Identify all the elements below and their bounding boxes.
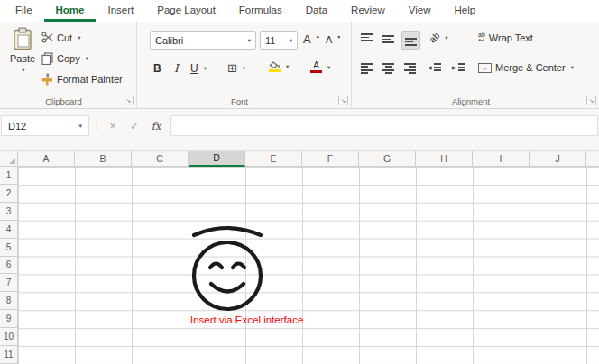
row-header-9[interactable]: 9: [0, 310, 18, 328]
decrease-indent-button[interactable]: ◀: [428, 63, 441, 71]
column-header-j[interactable]: J: [530, 151, 586, 167]
increase-font-size-button[interactable]: A▲: [303, 33, 320, 45]
wrap-text-button[interactable]: ab ↩ Wrap Text: [478, 32, 533, 44]
font-name-combobox[interactable]: Calibri ▾: [150, 31, 256, 50]
column-headers: ABCDEFGHIJ: [0, 150, 599, 167]
bottom-align-button[interactable]: [401, 31, 420, 50]
orientation-icon: ab: [428, 31, 442, 45]
orientation-button[interactable]: ab ▾: [429, 32, 447, 42]
right-eye: [233, 264, 244, 268]
row-headers: 1234567891011: [0, 167, 18, 364]
column-header-e[interactable]: E: [245, 151, 302, 167]
name-box[interactable]: D12 ▾: [1, 115, 89, 136]
cancel-button[interactable]: ×: [102, 120, 124, 132]
row-header-1[interactable]: 1: [0, 167, 18, 185]
italic-glyph: I: [174, 62, 179, 75]
tab-view[interactable]: View: [397, 0, 443, 22]
format-painter-button[interactable]: Format Painter: [41, 73, 123, 86]
row-header-6[interactable]: 6: [0, 257, 18, 275]
cells-area[interactable]: Insert via Excel interface: [18, 167, 599, 364]
tab-insert[interactable]: Insert: [96, 0, 145, 22]
fill-color-button[interactable]: ▾: [269, 61, 289, 72]
borders-button[interactable]: ⊞ ▾: [227, 62, 245, 74]
font-color-button[interactable]: A ▾: [310, 61, 330, 73]
tab-formulas[interactable]: Formulas: [227, 0, 294, 22]
column-header-c[interactable]: C: [132, 151, 189, 167]
row-header-8[interactable]: 8: [0, 292, 18, 310]
letter-a-glyph: A: [313, 61, 319, 69]
borders-grid-icon: ⊞: [227, 62, 237, 74]
formula-bar-divider-icon: ⋮: [91, 122, 102, 131]
tab-home[interactable]: Home: [44, 0, 97, 22]
merge-center-caret-icon: ▾: [571, 64, 574, 71]
tab-help[interactable]: Help: [443, 0, 488, 22]
formula-input[interactable]: [170, 115, 598, 136]
insert-function-button[interactable]: fx: [145, 120, 167, 132]
merge-and-center-button[interactable]: ↔ Merge & Center ▾: [478, 62, 574, 73]
borders-caret-icon: ▾: [243, 65, 245, 72]
orientation-caret-icon: ▾: [445, 34, 447, 41]
align-right-button[interactable]: [404, 63, 416, 74]
column-header-h[interactable]: H: [416, 151, 473, 167]
tab-review[interactable]: Review: [339, 0, 397, 22]
font-size-combobox[interactable]: 11 ▾: [260, 31, 298, 50]
copy-dropdown-caret-icon: ▾: [86, 55, 88, 62]
copy-button[interactable]: Copy ▾: [41, 52, 88, 65]
column-header-b[interactable]: B: [75, 151, 132, 167]
row-header-7[interactable]: 7: [0, 274, 18, 292]
font-dialog-launcher[interactable]: ↘: [338, 96, 348, 105]
column-header-a[interactable]: A: [18, 151, 75, 167]
column-header-i[interactable]: I: [473, 151, 530, 167]
wrap-text-icon: ab ↩: [478, 32, 485, 44]
face-circle: [194, 242, 261, 309]
select-all-button[interactable]: [0, 151, 18, 167]
font-group: Calibri ▾ 11 ▾ A▲ A▼ B I U ▾: [137, 22, 352, 108]
tab-page-layout[interactable]: Page Layout: [145, 0, 227, 22]
merge-arrows-glyph: ↔: [482, 65, 488, 71]
underline-button[interactable]: U ▾: [190, 62, 207, 75]
grid-chrome-strip: [0, 142, 599, 150]
row-header-2[interactable]: 2: [0, 185, 18, 203]
ribbon-tab-bar: FileHomeInsertPage LayoutFormulasDataRev…: [0, 0, 599, 22]
align-center-icon: [382, 63, 394, 74]
increase-indent-button[interactable]: ▶: [452, 63, 465, 71]
row-header-3[interactable]: 3: [0, 203, 18, 221]
cut-label: Cut: [57, 32, 72, 43]
scissors-icon: [41, 32, 53, 43]
row-header-5[interactable]: 5: [0, 239, 18, 257]
paste-button[interactable]: Paste ▾: [5, 27, 40, 90]
tab-file[interactable]: File: [4, 0, 44, 22]
row-header-10[interactable]: 10: [0, 328, 18, 346]
smiley-face-drawing[interactable]: [188, 222, 267, 312]
paste-label: Paste: [10, 53, 35, 64]
format-painter-label: Format Painter: [57, 74, 123, 85]
tab-data[interactable]: Data: [294, 0, 339, 22]
clipboard-group: Paste ▾ Cut ▾ Copy ▾: [0, 22, 137, 108]
cut-button[interactable]: Cut ▾: [41, 32, 80, 43]
bottom-align-icon: [405, 34, 417, 46]
wrap-arrow-glyph: ↩: [479, 37, 485, 44]
decrease-font-size-button[interactable]: A▼: [326, 34, 341, 46]
alignment-dialog-launcher[interactable]: ↘: [586, 96, 596, 105]
fill-color-bucket-icon: [269, 61, 281, 72]
align-center-button[interactable]: [382, 63, 394, 74]
bold-button[interactable]: B: [153, 62, 161, 75]
align-left-button[interactable]: [361, 63, 373, 74]
top-align-icon: [361, 33, 373, 45]
italic-button[interactable]: I: [174, 62, 179, 75]
copy-icon: [41, 52, 53, 65]
left-arrow-glyph: ◀: [428, 64, 432, 70]
column-header-d[interactable]: D: [189, 151, 245, 167]
middle-align-button[interactable]: [382, 33, 394, 45]
column-header-g[interactable]: G: [359, 151, 416, 167]
down-arrow-icon: ▼: [336, 34, 341, 40]
column-header-f[interactable]: F: [302, 151, 359, 167]
font-color-caret-icon: ▾: [327, 64, 330, 71]
clipboard-dialog-launcher[interactable]: ↘: [124, 96, 134, 105]
row-header-4[interactable]: 4: [0, 221, 18, 239]
row-header-11[interactable]: 11: [0, 346, 18, 364]
underline-caret-icon: ▾: [204, 65, 207, 72]
letter-a-glyph: A: [326, 34, 332, 46]
enter-button[interactable]: ✓: [124, 120, 145, 132]
top-align-button[interactable]: [361, 33, 373, 45]
